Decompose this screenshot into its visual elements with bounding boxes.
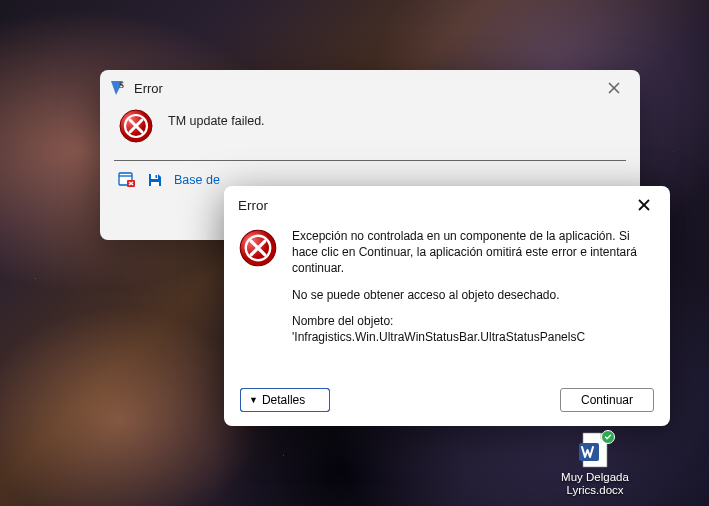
desktop-file-docx[interactable]: Muy Delgada Lyrics.docx [552,431,638,497]
dialog1-titlebar[interactable]: S Error [100,70,640,106]
close-icon[interactable] [624,190,664,220]
svg-rect-14 [151,182,159,186]
error-dialog-unhandled-exception: Error Excepción no controlada en un comp… [224,186,670,426]
desktop-wallpaper: S Error TM update failed. [0,0,709,506]
error-icon [118,108,154,144]
dialog2-titlebar[interactable]: Error [224,186,670,224]
save-icon[interactable] [146,171,164,189]
app-s-icon: S [110,80,126,96]
chevron-down-icon: ▼ [249,396,258,405]
details-button[interactable]: ▼ Detalles [240,388,330,412]
sync-check-icon [601,430,615,444]
file-label: Muy Delgada Lyrics.docx [561,471,629,497]
error-icon [238,228,278,378]
exception-summary: Excepción no controlada en un componente… [292,228,652,277]
dialog2-body-text: Excepción no controlada en un componente… [292,228,652,378]
continue-button[interactable]: Continuar [560,388,654,412]
dialog1-title: Error [134,81,163,96]
tm-file-error-icon[interactable] [118,171,136,189]
close-icon[interactable] [594,73,634,103]
dialog2-title: Error [238,198,268,213]
word-document-icon [577,431,613,469]
dialog1-message: TM update failed. [168,108,265,128]
svg-rect-15 [156,175,158,178]
exception-object: Nombre del objeto: 'Infragistics.Win.Ult… [292,313,652,345]
database-link[interactable]: Base de [174,173,220,187]
exception-detail: No se puede obtener acceso al objeto des… [292,287,652,303]
svg-text:S: S [119,80,124,90]
